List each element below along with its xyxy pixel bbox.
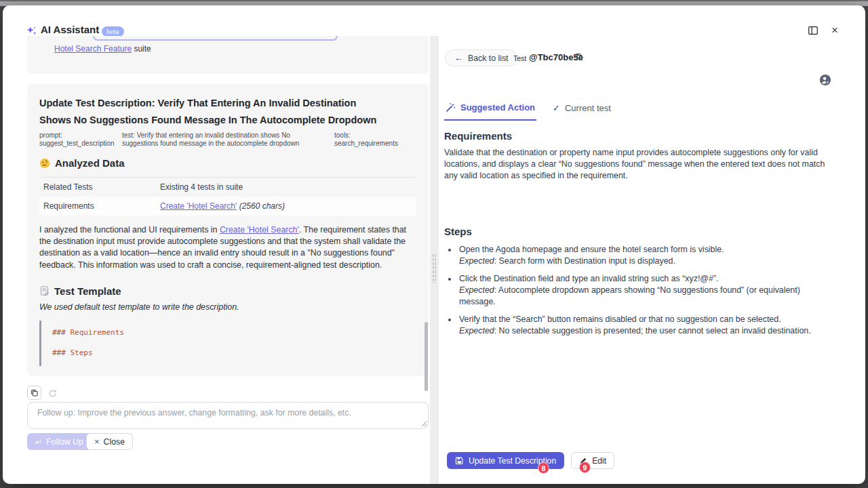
table-row: Related Tests Existing 4 tests in suite: [39, 178, 416, 197]
enter-icon: ↵: [35, 437, 42, 447]
panel-divider[interactable]: [430, 36, 439, 484]
steps-heading: Steps: [444, 226, 472, 237]
steps-list: Open the Agoda homepage and ensure the h…: [444, 244, 832, 343]
step-item: Open the Agoda homepage and ensure the h…: [444, 244, 832, 267]
scrolled-input-remnant: [93, 36, 338, 41]
requirements-text: Validate that the destination or propert…: [444, 147, 829, 182]
detail-tabs: Suggested Action ✓ Current test: [444, 100, 612, 121]
follow-up-button[interactable]: ↵ Follow Up: [27, 433, 92, 450]
analysis-paragraph: I analyzed the functional and UI require…: [39, 224, 414, 271]
create-hotel-search-inline-link[interactable]: Create 'Hotel Search': [220, 225, 299, 235]
regenerate-icon[interactable]: [46, 387, 58, 399]
response-title: Update Test Description: Verify That Ent…: [39, 95, 385, 129]
panel-layout-icon[interactable]: [807, 24, 819, 37]
analyzed-data-table: Related Tests Existing 4 tests in suite …: [39, 177, 416, 216]
thinking-face-icon: [39, 158, 50, 169]
shortcut-badge-edit: 9: [579, 462, 591, 473]
tab-suggested-action[interactable]: Suggested Action: [444, 100, 536, 121]
bullet-icon: [448, 249, 451, 251]
close-icon[interactable]: ×: [829, 24, 841, 37]
step-expected: Expected: Autocomplete dropdown appears …: [459, 285, 832, 308]
test-label: Test: [513, 54, 526, 62]
memo-icon: [39, 285, 50, 296]
step-expected: Expected: Search form with Destination i…: [459, 256, 724, 267]
left-scrollbar-thumb[interactable]: [425, 322, 428, 391]
suite-reference: Hotel Search Feature suite: [54, 44, 151, 54]
ai-assistant-modal: AI Assistant beta × Hotel Search Feature…: [3, 5, 865, 484]
meta-tools: tools: search_requirements: [334, 131, 402, 148]
back-to-list-button[interactable]: ← Back to list: [445, 49, 517, 66]
drag-handle-icon[interactable]: [432, 253, 437, 283]
code-line: ### Steps: [52, 348, 416, 357]
bullet-icon: [448, 319, 451, 321]
hotel-search-feature-link[interactable]: Hotel Search Feature: [54, 44, 132, 54]
test-detail-panel: ← Back to list Test @Tbc70be5e Suggested…: [439, 36, 865, 484]
requirements-heading: Requirements: [444, 130, 512, 142]
magic-wand-icon: [446, 102, 456, 113]
assistant-response-card: Update Test Description: Verify That Ent…: [27, 84, 429, 376]
back-arrow-icon: ←: [454, 53, 463, 63]
template-note: We used default test template to write t…: [39, 302, 416, 312]
save-icon: [455, 456, 464, 465]
tab-current-test[interactable]: ✓ Current test: [551, 100, 612, 121]
step-action: Click the Destination field and type an …: [459, 273, 832, 285]
step-item: Click the Destination field and type an …: [444, 273, 832, 308]
beta-badge: beta: [102, 26, 124, 37]
suite-suffix: suite: [132, 44, 151, 54]
step-expected: Expected: No selectable suggestion is pr…: [459, 325, 811, 337]
copy-response-button[interactable]: [27, 386, 41, 400]
user-check-avatar-icon[interactable]: [819, 74, 831, 86]
step-item: Verify that the “Search” button remains …: [444, 314, 832, 337]
table-row: Requirements Create 'Hotel Search' (2560…: [39, 197, 416, 216]
row-label: Related Tests: [43, 182, 160, 192]
test-template-heading: Test Template: [39, 285, 416, 297]
chat-scroll-area[interactable]: Hotel Search Feature suite Update Test D…: [27, 36, 429, 382]
analyzed-data-heading: Analyzed Data: [39, 157, 416, 169]
sparkles-icon: [26, 25, 37, 37]
create-hotel-search-link[interactable]: Create 'Hotel Search': [160, 201, 237, 211]
close-chat-button[interactable]: × Close: [86, 433, 133, 450]
row-label: Requirements: [43, 201, 160, 211]
meta-prompt: prompt: suggest_test_description: [39, 131, 121, 148]
code-line: ### Requirements: [52, 328, 416, 337]
check-icon: ✓: [553, 103, 560, 113]
followup-input[interactable]: [27, 402, 429, 429]
step-action: Open the Agoda homepage and ensure the h…: [459, 244, 724, 256]
shortcut-badge-update: 8: [538, 462, 549, 474]
row-value: Create 'Hotel Search' (2560 chars): [160, 201, 285, 211]
edit-button[interactable]: Edit: [571, 452, 614, 469]
chars-count: (2560 chars): [237, 201, 285, 211]
previous-message-card: Hotel Search Feature suite: [27, 36, 429, 74]
step-action: Verify that the “Search” button remains …: [459, 314, 811, 325]
meta-test: test: Verify that entering an invalid de…: [122, 131, 322, 148]
copy-test-id-icon[interactable]: [574, 52, 583, 61]
prompt-metadata: prompt: suggest_test_description test: V…: [39, 131, 416, 148]
page-title: AI Assistant: [41, 24, 99, 35]
template-code-block: ### Requirements ### Steps: [39, 321, 416, 366]
row-value: Existing 4 tests in suite: [160, 182, 243, 192]
close-icon: ×: [94, 436, 100, 447]
bullet-icon: [448, 278, 451, 281]
